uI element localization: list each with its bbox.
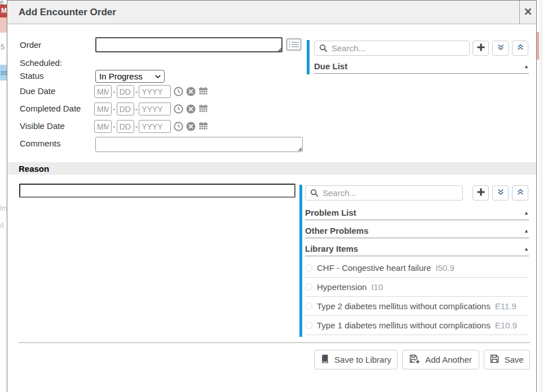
library-item-name: Type 1 diabetes mellitus without complic… [317,320,491,330]
order-input-wrap [95,37,282,52]
plus-icon [476,188,485,199]
library-item-type1-diabetes[interactable]: Type 1 diabetes mellitus without complic… [305,316,529,335]
due-date-year-input[interactable] [139,85,171,98]
reason-input[interactable] [19,184,295,198]
other-problems-section-header[interactable]: Other Problems ▲ [305,224,529,238]
comments-area-wrap [95,137,303,152]
due-date-day-input[interactable] [117,85,134,98]
save-plus-icon [409,354,420,366]
reason-section-bar: Reason [8,162,536,175]
radio-icon[interactable] [305,302,312,310]
due-date-label: Due Date [20,86,55,96]
completed-date-row: - - [94,103,208,115]
visible-date-day-input[interactable] [117,120,134,133]
reason-panel-accent-bar [299,185,302,337]
reason-collapse-all-button[interactable] [512,185,528,201]
save-to-library-button[interactable]: Save to Library [314,350,398,369]
reason-search-input[interactable] [323,188,458,198]
library-item-hypertension[interactable]: Hypertension I10 [305,278,529,297]
close-icon [524,7,532,17]
double-chevron-down-icon [497,43,505,54]
status-select[interactable]: In Progress [95,70,165,83]
clock-icon[interactable] [174,104,183,114]
completed-date-day-input[interactable] [117,103,134,115]
save-button[interactable]: Save [484,350,530,369]
reason-section-title: Reason [19,164,49,173]
save-to-library-label: Save to Library [334,355,391,364]
radio-icon[interactable] [305,283,312,291]
collapse-triangle-icon: ▲ [524,228,529,234]
dialog-header: Add Encounter Order [7,1,536,24]
due-add-button[interactable] [473,41,489,56]
reason-input-wrap [19,184,295,198]
clear-date-icon[interactable] [186,87,196,96]
clear-date-icon[interactable] [186,104,196,114]
due-collapse-all-button[interactable] [512,41,528,56]
clear-date-icon[interactable] [186,122,196,131]
order-lookup-button[interactable] [286,38,302,51]
due-list-section-label: Due List [314,61,347,71]
close-button[interactable] [519,1,536,24]
due-list-section-header[interactable]: Due List ▲ [314,59,529,74]
due-search-input[interactable] [332,43,465,53]
library-item-code: E11.9 [495,301,516,311]
plus-icon [476,43,485,54]
comments-label: Comments [20,139,61,148]
date-separator: - [113,87,116,96]
page-scrollbar[interactable] [539,0,543,392]
chevron-down-icon [154,73,161,80]
calendar-icon[interactable] [198,104,208,114]
library-item-name: Hypertension [317,282,367,292]
due-date-month-input[interactable] [94,85,112,98]
bg-fragment-salmon-sliver [537,32,539,60]
library-item-name: Type 2 diabetes mellitus without complic… [317,301,491,311]
footer-divider [18,342,530,343]
other-problems-section-label: Other Problems [305,226,369,235]
calendar-icon[interactable] [198,122,208,131]
visible-date-label: Visible Date [20,121,65,131]
visible-date-month-input[interactable] [94,120,112,133]
library-item-code: I10 [371,282,383,292]
bg-fragment-text-lm: lm [0,204,7,212]
calendar-icon[interactable] [198,87,208,96]
comments-textarea[interactable] [95,137,303,152]
completed-date-month-input[interactable] [94,103,112,115]
completed-date-year-input[interactable] [139,103,171,115]
date-separator: - [135,87,138,96]
library-item-type2-diabetes[interactable]: Type 2 diabetes mellitus without complic… [305,297,529,316]
visible-date-row: - - [94,120,208,133]
library-item-code: E10.9 [495,320,517,330]
completed-date-label: Completed Date [20,104,81,113]
book-icon [320,354,329,365]
collapse-triangle-icon: ▲ [524,210,529,216]
clock-icon[interactable] [174,122,183,131]
search-icon [319,44,328,52]
due-date-row: - - [94,85,208,98]
library-items-section-header[interactable]: Library Items ▲ [305,242,529,256]
date-separator: - [113,105,116,114]
due-search-box [314,41,470,56]
library-item-chf[interactable]: CHF - Congestive heart failure I50.9 [305,259,529,278]
radio-icon[interactable] [305,322,312,329]
double-chevron-up-icon [516,188,524,198]
library-item-code: I50.9 [436,263,454,273]
order-input[interactable] [95,37,282,52]
reason-add-button[interactable] [473,185,489,201]
visible-date-year-input[interactable] [139,120,171,133]
clock-icon[interactable] [174,87,183,96]
due-expand-all-button[interactable] [492,41,509,56]
add-another-button[interactable]: Add Another [402,350,479,369]
problem-list-section-header[interactable]: Problem List ▲ [305,206,529,220]
bg-fragment-red-badge: M [0,5,7,17]
save-label: Save [504,355,523,364]
collapse-triangle-icon: ▲ [524,246,529,252]
bg-fragment-text-d: d [0,221,7,229]
order-label: Order [20,40,41,50]
reason-expand-all-button[interactable] [492,185,509,201]
radio-icon[interactable] [305,264,312,271]
reason-search-box [305,185,463,201]
due-panel-accent-bar [307,40,310,74]
collapse-triangle-icon: ▲ [524,64,529,69]
date-separator: - [135,122,138,131]
list-icon [286,43,302,53]
